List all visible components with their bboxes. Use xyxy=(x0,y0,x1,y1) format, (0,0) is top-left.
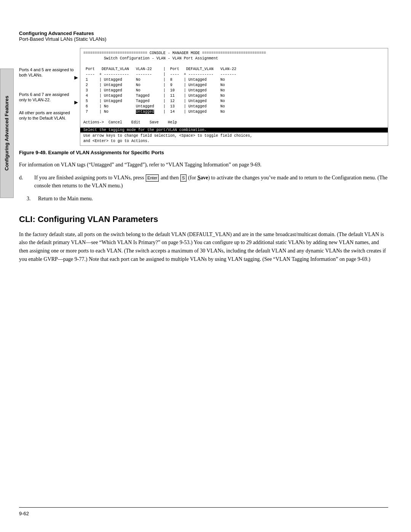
annotation-2: Ports 6 and 7 are assigned only to VLAN-… xyxy=(19,92,75,103)
section-title: Configuring Advanced Features xyxy=(19,30,388,36)
section-header: Configuring Advanced Features Port-Based… xyxy=(19,30,388,42)
main-content: Configuring Advanced Features Port-Based… xyxy=(19,0,388,299)
section-subtitle: Port-Based Virtual LANs (Static VLANs) xyxy=(19,36,388,42)
body-para-1: For information on VLAN tags (“Untagged”… xyxy=(19,161,388,169)
status-bar-1: Select the tagging mode for the port/VLA… xyxy=(80,128,388,133)
list-content-d: If you are finished assigning ports to V… xyxy=(34,174,388,190)
footer: 9-62 xyxy=(19,507,388,517)
numbered-list: 3. Return to the Main menu. xyxy=(27,195,388,203)
status-bar-2-3: Use arrow keys to change field selection… xyxy=(80,133,388,145)
annotation-1-text: Ports 4 and 5 are assigned to both VLANs… xyxy=(19,67,74,77)
save-bold: Save xyxy=(198,175,208,181)
list-label-d: d. xyxy=(19,174,34,190)
list-item-d: d. If you are finished assigning ports t… xyxy=(19,174,388,190)
enter-key: Enter xyxy=(146,174,159,182)
num-label-3: 3. xyxy=(27,195,38,203)
annotation-3-text: All other ports are assigned only to the… xyxy=(19,110,70,120)
annotation-2-text: Ports 6 and 7 are assigned only to VLAN-… xyxy=(19,92,69,102)
figure-wrapper: Ports 4 and 5 are assigned to both VLANs… xyxy=(19,48,388,146)
num-text-3: Return to the Main menu. xyxy=(38,195,93,203)
figure-caption: Figure 9-49. Example of VLAN Assignments… xyxy=(19,150,388,155)
main-paragraph: In the factory default state, all ports … xyxy=(19,230,388,264)
console-body: ============================ CONSOLE - M… xyxy=(80,48,388,128)
annotation-1: Ports 4 and 5 are assigned to both VLANs… xyxy=(19,67,75,78)
s-key: S xyxy=(180,174,186,182)
page-number: 9-62 xyxy=(19,511,29,516)
num-item-3: 3. Return to the Main menu. xyxy=(27,195,388,203)
sidebar-tab-label: Configuring Advanced Features xyxy=(4,96,10,171)
section-heading: CLI: Configuring VLAN Parameters xyxy=(19,214,388,224)
console-screen: ============================ CONSOLE - M… xyxy=(80,48,388,146)
sidebar-tab: Configuring Advanced Features xyxy=(0,69,14,198)
annotations-left: Ports 4 and 5 are assigned to both VLANs… xyxy=(19,48,80,127)
annotation-3: All other ports are assigned only to the… xyxy=(19,110,75,121)
